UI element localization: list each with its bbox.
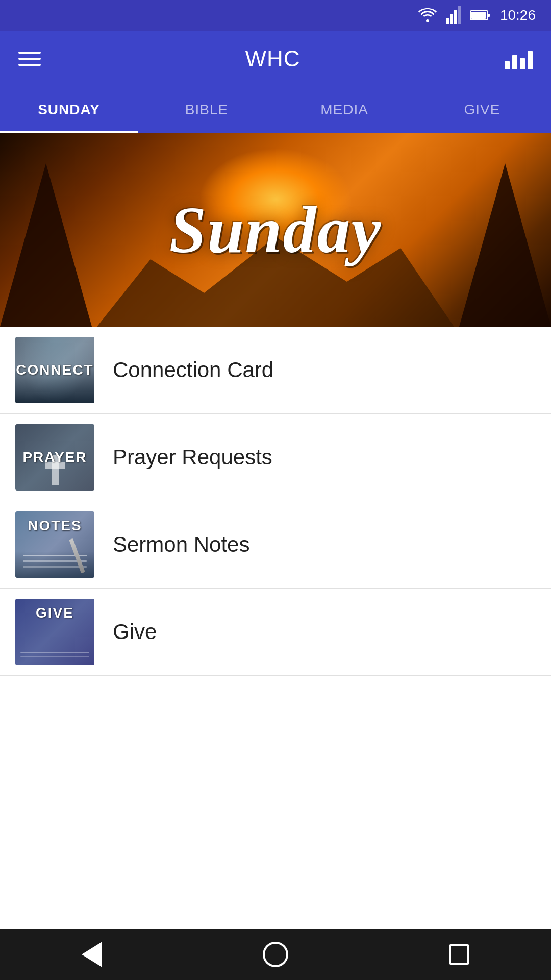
app-title: WHC bbox=[245, 46, 300, 71]
status-icons: 10:26 bbox=[418, 6, 536, 24]
list-item-give[interactable]: GIVE Give bbox=[0, 589, 551, 676]
hero-trees-left bbox=[0, 163, 92, 327]
bar-1 bbox=[505, 61, 510, 69]
bottom-nav bbox=[0, 929, 551, 980]
tab-bar: SUNDAY BIBLE MEDIA GIVE bbox=[0, 87, 551, 133]
battery-icon bbox=[470, 9, 491, 21]
svg-rect-6 bbox=[488, 14, 490, 17]
home-icon bbox=[263, 942, 288, 967]
svg-rect-0 bbox=[446, 18, 449, 24]
sermon-notes-label: Sermon Notes bbox=[113, 532, 249, 557]
hero-banner: Sunday bbox=[0, 133, 551, 327]
bar-2 bbox=[512, 55, 517, 69]
thumb-connect-label: CONNECT bbox=[16, 362, 93, 378]
nav-back-button[interactable] bbox=[71, 934, 112, 975]
svg-rect-1 bbox=[450, 14, 453, 24]
hamburger-menu-button[interactable] bbox=[18, 52, 41, 66]
thumbnail-connect: CONNECT bbox=[15, 337, 94, 403]
list-item-connection-card[interactable]: CONNECT Connection Card bbox=[0, 327, 551, 414]
tab-media-label: MEDIA bbox=[320, 102, 368, 118]
tab-bible[interactable]: BIBLE bbox=[138, 87, 276, 133]
tab-bible-label: BIBLE bbox=[185, 102, 228, 118]
thumbnail-notes: NOTES bbox=[15, 511, 94, 578]
recent-icon bbox=[449, 944, 469, 965]
status-time: 10:26 bbox=[500, 7, 536, 23]
connection-card-label: Connection Card bbox=[113, 358, 273, 382]
status-bar: 10:26 bbox=[0, 0, 551, 31]
tab-sunday[interactable]: SUNDAY bbox=[0, 87, 138, 133]
tab-give-label: GIVE bbox=[464, 102, 500, 118]
stats-button[interactable] bbox=[505, 48, 533, 69]
svg-rect-3 bbox=[458, 6, 461, 24]
thumb-prayer-label: PRAYER bbox=[22, 449, 87, 465]
list-container: CONNECT Connection Card PRAYER Prayer Re… bbox=[0, 327, 551, 676]
svg-rect-2 bbox=[454, 10, 457, 24]
tab-media[interactable]: MEDIA bbox=[276, 87, 413, 133]
bar-3 bbox=[520, 58, 525, 69]
list-item-sermon-notes[interactable]: NOTES Sermon Notes bbox=[0, 501, 551, 589]
tab-give[interactable]: GIVE bbox=[413, 87, 551, 133]
water-lines bbox=[20, 652, 89, 657]
nav-recent-button[interactable] bbox=[439, 934, 480, 975]
thumbnail-prayer: PRAYER bbox=[15, 424, 94, 491]
app-bar: WHC bbox=[0, 31, 551, 87]
bar-4 bbox=[528, 51, 533, 69]
signal-icon bbox=[446, 6, 461, 24]
give-label: Give bbox=[113, 620, 157, 644]
svg-rect-5 bbox=[471, 12, 486, 19]
list-item-prayer-requests[interactable]: PRAYER Prayer Requests bbox=[0, 414, 551, 501]
hero-title: Sunday bbox=[169, 191, 382, 268]
nav-home-button[interactable] bbox=[255, 934, 296, 975]
hero-trees-right bbox=[459, 163, 551, 327]
thumb-notes-label: NOTES bbox=[28, 518, 82, 534]
thumbnail-give: GIVE bbox=[15, 599, 94, 665]
back-icon bbox=[82, 942, 102, 967]
wifi-icon bbox=[418, 8, 437, 22]
thumb-give-label: GIVE bbox=[36, 605, 74, 621]
tab-sunday-label: SUNDAY bbox=[38, 102, 100, 118]
prayer-requests-label: Prayer Requests bbox=[113, 445, 272, 470]
